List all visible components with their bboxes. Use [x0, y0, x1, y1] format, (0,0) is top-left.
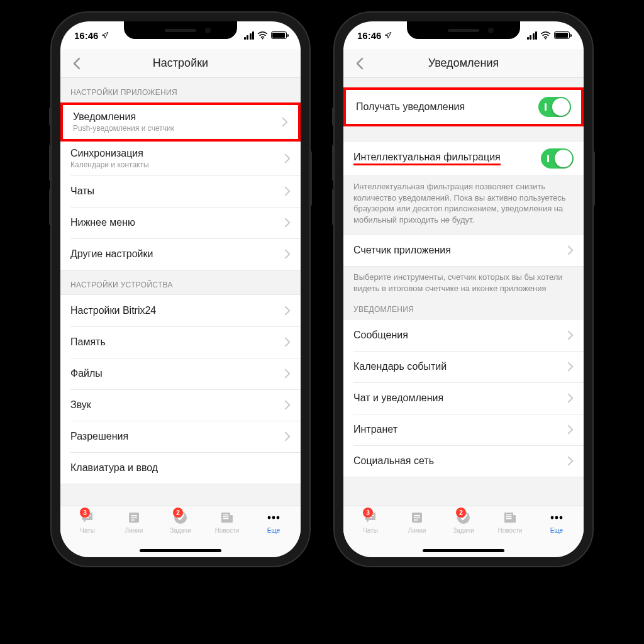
section-header-app: НАСТРОЙКИ ПРИЛОЖЕНИЯ	[60, 78, 301, 102]
row-bitrix24[interactable]: Настройки Bitrix24	[60, 295, 301, 326]
row-smart-filter[interactable]: Интеллектуальная фильтрация	[343, 142, 584, 175]
chevron-right-icon	[284, 186, 291, 196]
settings-scroll[interactable]: НАСТРОЙКИ ПРИЛОЖЕНИЯ Уведомления Push-ув…	[60, 78, 301, 506]
row-subtitle: Календари и контакты	[70, 160, 284, 169]
row-permissions[interactable]: Разрешения	[60, 421, 301, 452]
tab-label: Линии	[408, 527, 426, 534]
chevron-right-icon	[567, 456, 574, 466]
toggle-receive-notifications[interactable]	[538, 97, 571, 117]
row-title: Сообщения	[353, 330, 567, 341]
chevron-right-icon	[282, 117, 288, 127]
row-app-counter[interactable]: Счетчик приложения	[343, 235, 584, 266]
chevron-right-icon	[567, 362, 574, 372]
home-indicator[interactable]	[140, 549, 221, 552]
lines-icon	[126, 510, 142, 525]
status-time: 16:46	[74, 30, 98, 41]
notifications-scroll[interactable]: Получать уведомления Интеллектуальная фи…	[343, 78, 584, 506]
nav-header: Уведомления	[343, 49, 584, 78]
chevron-right-icon	[284, 400, 291, 410]
chevron-right-icon	[284, 218, 291, 228]
row-notif-social[interactable]: Социальная сеть	[343, 445, 584, 477]
row-subtitle: Push-уведомления и счетчик	[73, 124, 282, 133]
tab-chats[interactable]: 3Чаты	[350, 510, 391, 557]
row-sync[interactable]: Синхронизация Календари и контакты	[60, 142, 301, 175]
tab-label: Задачи	[453, 527, 474, 534]
row-title: Клавиатура и ввод	[70, 462, 291, 474]
tab-label: Чаты	[363, 527, 378, 534]
status-time: 16:46	[357, 30, 381, 41]
row-title: Звук	[70, 399, 284, 411]
tab-label: Задачи	[170, 527, 191, 534]
more-icon	[548, 510, 565, 525]
row-notif-intranet[interactable]: Интранет	[343, 414, 584, 445]
highlight-receive-notifications: Получать уведомления	[343, 87, 584, 126]
row-chats[interactable]: Чаты	[60, 175, 301, 207]
row-keyboard[interactable]: Клавиатура и ввод	[60, 452, 301, 484]
nav-header: Настройки	[60, 49, 301, 78]
row-title: Другие настройки	[70, 248, 284, 260]
badge-tasks: 2	[456, 508, 466, 518]
phone-frame-right: 16:46 Уведомления Получать уведомления	[335, 13, 592, 566]
location-arrow-icon	[384, 31, 392, 39]
row-title: Нижнее меню	[70, 217, 284, 228]
battery-icon	[554, 31, 570, 39]
wifi-icon	[540, 31, 551, 40]
row-title: Файлы	[70, 368, 284, 379]
tab-label: Новости	[498, 527, 523, 534]
news-icon	[502, 510, 518, 525]
row-notifications[interactable]: Уведомления Push-уведомления и счетчик	[63, 105, 298, 139]
tab-more[interactable]: Еще	[253, 510, 294, 557]
wifi-icon	[257, 31, 268, 40]
chevron-right-icon	[284, 369, 291, 379]
tab-chats[interactable]: 3Чаты	[67, 510, 108, 557]
row-notif-calendar[interactable]: Календарь событий	[343, 351, 584, 382]
badge-chats: 3	[363, 508, 373, 518]
row-title: Уведомления	[73, 111, 282, 123]
signal-icon	[244, 31, 255, 40]
row-title: Синхронизация	[70, 148, 284, 159]
notch	[407, 21, 520, 39]
chevron-right-icon	[567, 330, 574, 340]
tab-more[interactable]: Еще	[536, 510, 577, 557]
tab-label: Еще	[267, 527, 280, 534]
chevron-right-icon	[567, 245, 574, 255]
back-button[interactable]	[351, 55, 369, 72]
tab-label: Чаты	[80, 527, 95, 534]
page-title: Уведомления	[428, 57, 499, 70]
page-title: Настройки	[153, 57, 208, 70]
signal-icon	[527, 31, 538, 40]
chevron-right-icon	[567, 393, 574, 403]
lines-icon	[409, 510, 425, 525]
row-title: Разрешения	[70, 431, 284, 442]
chevron-right-icon	[284, 306, 291, 316]
row-notif-messages[interactable]: Сообщения	[343, 319, 584, 351]
news-icon	[219, 510, 235, 525]
smart-filter-note: Интеллектуальная фильтрация позволяет сн…	[343, 176, 584, 234]
tab-label: Еще	[550, 527, 563, 534]
home-indicator[interactable]	[423, 549, 504, 552]
row-bottom-menu[interactable]: Нижнее меню	[60, 207, 301, 238]
row-sound[interactable]: Звук	[60, 389, 301, 421]
back-button[interactable]	[68, 55, 86, 72]
row-other-settings[interactable]: Другие настройки	[60, 238, 301, 270]
location-arrow-icon	[101, 31, 109, 39]
chevron-right-icon	[284, 337, 291, 347]
toggle-smart-filter[interactable]	[541, 148, 574, 169]
tab-label: Новости	[215, 527, 240, 534]
row-title: Интранет	[353, 424, 567, 435]
section-header-device: НАСТРОЙКИ УСТРОЙСТВА	[60, 270, 301, 294]
badge-tasks: 2	[173, 508, 183, 518]
row-files[interactable]: Файлы	[60, 358, 301, 389]
counter-note: Выберите инструменты, счетчик которых вы…	[343, 267, 584, 303]
chevron-right-icon	[284, 249, 291, 259]
row-title: Интеллектуальная фильтрация	[353, 152, 541, 165]
battery-icon	[271, 31, 287, 39]
row-notif-chat[interactable]: Чат и уведомления	[343, 382, 584, 414]
notch	[124, 21, 237, 39]
chevron-right-icon	[567, 425, 574, 435]
row-receive-notifications[interactable]: Получать уведомления	[346, 90, 581, 124]
row-memory[interactable]: Память	[60, 326, 301, 358]
row-title: Счетчик приложения	[353, 245, 567, 256]
row-title: Память	[70, 336, 284, 348]
row-title: Чаты	[70, 186, 284, 197]
